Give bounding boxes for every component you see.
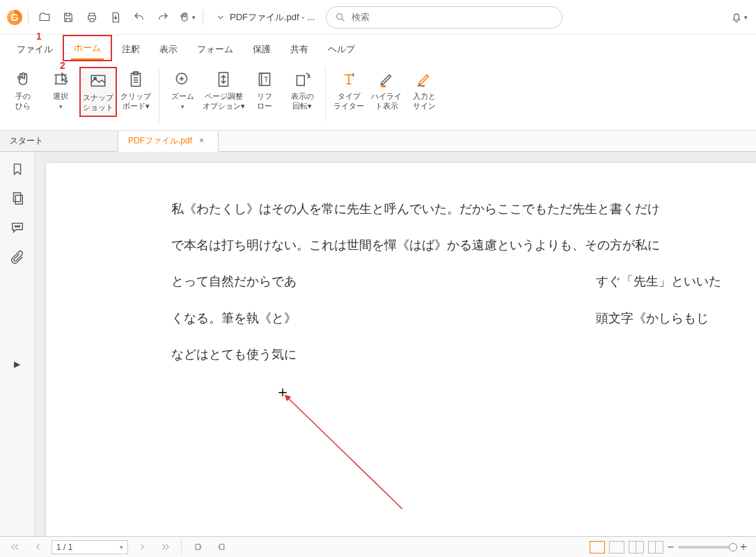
svg-point-0 [337, 13, 342, 19]
next-page-button[interactable] [134, 539, 150, 556]
text-line: 私《わたくし》はその人を常に先生と呼んでいた。だからここでもただ先生と書くだけ [171, 191, 735, 227]
notifications-icon[interactable]: ▾ [728, 7, 749, 28]
svg-rect-9 [297, 76, 304, 86]
tab-document[interactable]: PDFファイル.pdf × [118, 131, 219, 152]
svg-point-13 [17, 226, 18, 227]
tab-view[interactable]: 表示 [150, 38, 187, 61]
page-area[interactable]: 私《わたくし》はその人を常に先生と呼んでいた。だからここでもただ先生と書くだけ … [35, 152, 756, 536]
clipboard-button[interactable]: クリップボード▾ [117, 67, 155, 114]
reflow-button[interactable]: T リフロー [246, 67, 283, 114]
comments-icon[interactable] [10, 220, 25, 235]
export-icon[interactable] [105, 7, 126, 28]
save-icon[interactable] [58, 7, 79, 28]
expand-panel-handle[interactable]: ▶ [14, 359, 20, 369]
svg-point-12 [15, 226, 16, 227]
text-line: とって自然だからであすぐ「先生」といいた [171, 263, 735, 299]
page-options-button[interactable]: ページ調整オプション▾ [201, 67, 246, 114]
search-icon [335, 12, 346, 23]
tab-form[interactable]: フォーム [187, 38, 243, 61]
pdf-page: 私《わたくし》はその人を常に先生と呼んでいた。だからここでもただ先生と書くだけ … [46, 163, 756, 536]
menu-tabs: 1 ファイル ホーム 注釈 表示 フォーム 保護 共有 ヘルプ [0, 35, 756, 61]
hand-tool-button[interactable]: 手のひら [4, 67, 42, 114]
svg-text:T: T [264, 75, 269, 84]
bookmarks-icon[interactable] [10, 162, 25, 177]
pages-icon[interactable] [10, 191, 25, 206]
view-facing-button[interactable] [629, 541, 644, 554]
text-line: くなる。筆を執《と》頭文字《かしらもじ [171, 300, 735, 336]
document-tab-bar: スタート PDFファイル.pdf × [0, 131, 756, 152]
ribbon: 2 手のひら 選択▾ スナップショット クリップボード▾ ズーム▾ ページ調整オ… [0, 61, 756, 131]
first-page-button[interactable] [7, 539, 24, 556]
page-number-field[interactable]: 1 / 1▾ [52, 540, 128, 554]
svg-rect-10 [13, 193, 20, 202]
hand-dropdown-icon[interactable]: ▾ [176, 7, 197, 28]
open-icon[interactable] [34, 7, 55, 28]
zoom-in-button[interactable]: ＋ [738, 540, 749, 554]
tab-protect[interactable]: 保護 [243, 38, 281, 61]
svg-point-14 [18, 226, 19, 227]
prev-page-button[interactable] [29, 539, 46, 556]
undo-icon[interactable] [129, 7, 150, 28]
svg-rect-16 [196, 544, 200, 550]
fill-sign-button[interactable]: 入力とサイン [405, 67, 443, 114]
zoom-out-button[interactable]: − [668, 541, 674, 554]
tab-file[interactable]: ファイル [7, 38, 63, 61]
snapshot-button[interactable]: スナップショット [79, 67, 117, 117]
annotation-badge-2: 2 [60, 60, 65, 71]
document-title: PDFファイル.pdf - ... [216, 11, 315, 24]
view-continuous-button[interactable] [609, 541, 624, 554]
print-icon[interactable] [81, 7, 102, 28]
tab-help[interactable]: ヘルプ [318, 38, 365, 61]
close-tab-icon[interactable]: × [199, 136, 204, 146]
text-line: などはとても使う気に [171, 336, 735, 372]
svg-rect-11 [15, 195, 22, 204]
search-box[interactable] [326, 6, 562, 29]
select-tool-button[interactable]: 選択▾ [42, 67, 79, 114]
tab-start[interactable]: スタート [0, 131, 118, 151]
rotate-view-button[interactable]: 表示の回転▾ [283, 67, 321, 114]
zoom-slider[interactable] [678, 546, 734, 549]
attachments-icon[interactable] [10, 249, 25, 265]
tab-annotate[interactable]: 注釈 [112, 38, 150, 61]
side-panel: ▶ [0, 152, 35, 536]
status-bar: 1 / 1▾ − ＋ [0, 536, 756, 557]
svg-rect-17 [219, 544, 223, 550]
jump-back-button[interactable] [190, 539, 207, 556]
view-facing-continuous-button[interactable] [648, 541, 663, 554]
redo-icon[interactable] [152, 7, 173, 28]
search-input[interactable] [352, 12, 553, 22]
typewriter-button[interactable]: タイプライター [330, 67, 368, 114]
jump-forward-button[interactable] [212, 539, 229, 556]
last-page-button[interactable] [156, 539, 173, 556]
highlight-button[interactable]: ハイライト表示 [368, 67, 405, 114]
text-line: で本名は打ち明けない。これは世間を憚《はば》かる遠慮というよりも、その方が私に [171, 227, 735, 263]
tab-home[interactable]: ホーム [63, 35, 112, 61]
zoom-button[interactable]: ズーム▾ [164, 67, 201, 114]
view-single-button[interactable] [590, 541, 605, 554]
app-logo: G [7, 10, 22, 25]
tab-share[interactable]: 共有 [281, 38, 318, 61]
